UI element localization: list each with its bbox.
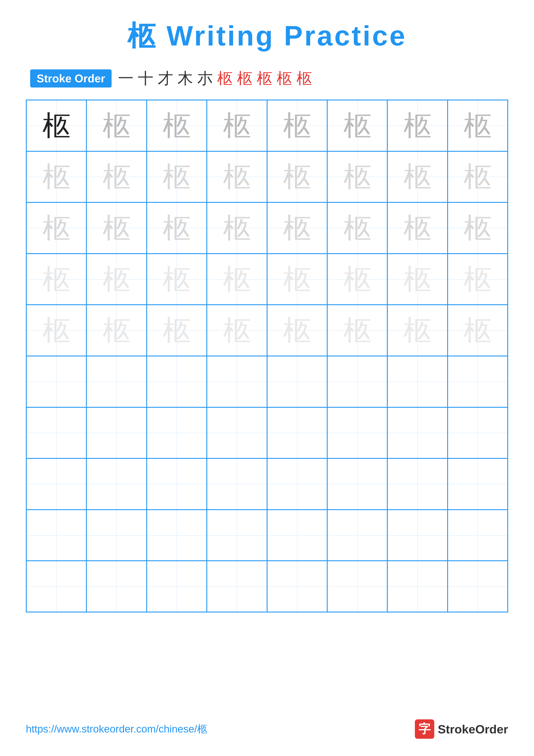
grid-cell-r4c1[interactable]: 柩 (26, 254, 87, 305)
grid-cell-r4c3[interactable]: 柩 (147, 254, 207, 305)
grid-cell-r8c8[interactable] (447, 458, 508, 510)
grid-cell-r3c1[interactable]: 柩 (26, 202, 87, 254)
brand-icon: 字 (415, 719, 434, 739)
grid-cell-r1c1[interactable]: 柩 (26, 100, 87, 151)
practice-grid: 柩 柩 柩 柩 柩 柩 柩 柩 柩 柩 柩 柩 柩 柩 柩 柩 柩 柩 柩 柩 … (26, 99, 508, 612)
grid-cell-r3c6[interactable]: 柩 (327, 202, 387, 254)
grid-cell-r5c4[interactable]: 柩 (207, 305, 267, 356)
grid-cell-r5c6[interactable]: 柩 (327, 305, 387, 356)
grid-cell-r2c8[interactable]: 柩 (447, 151, 508, 202)
grid-cell-r3c3[interactable]: 柩 (147, 202, 207, 254)
grid-cell-r8c7[interactable] (387, 458, 447, 510)
brand-char: 字 (419, 721, 431, 737)
grid-cell-r3c8[interactable]: 柩 (447, 202, 508, 254)
grid-cell-r2c6[interactable]: 柩 (327, 151, 387, 202)
grid-cell-r9c6[interactable] (327, 510, 387, 561)
grid-cell-r7c4[interactable] (207, 407, 267, 459)
char-r5c8: 柩 (464, 316, 492, 344)
char-r2c2: 柩 (103, 163, 131, 191)
grid-cell-r6c5[interactable] (267, 356, 327, 407)
char-r4c8: 柩 (464, 265, 492, 293)
grid-cell-r9c4[interactable] (207, 510, 267, 561)
grid-cell-r1c7[interactable]: 柩 (387, 100, 447, 151)
grid-cell-r10c4[interactable] (207, 561, 267, 612)
grid-cell-r5c1[interactable]: 柩 (26, 305, 87, 356)
grid-cell-r4c6[interactable]: 柩 (327, 254, 387, 305)
grid-cell-r8c3[interactable] (147, 458, 207, 510)
grid-cell-r6c8[interactable] (447, 356, 508, 407)
grid-cell-r8c1[interactable] (26, 458, 87, 510)
grid-cell-r3c7[interactable]: 柩 (387, 202, 447, 254)
grid-cell-r1c4[interactable]: 柩 (207, 100, 267, 151)
grid-cell-r2c4[interactable]: 柩 (207, 151, 267, 202)
char-r3c4: 柩 (223, 214, 251, 242)
grid-cell-r4c5[interactable]: 柩 (267, 254, 327, 305)
stroke-8: 柩 (257, 68, 272, 89)
grid-cell-r9c2[interactable] (87, 510, 146, 561)
grid-cell-r10c6[interactable] (327, 561, 387, 612)
grid-cell-r2c7[interactable]: 柩 (387, 151, 447, 202)
char-r1c3: 柩 (163, 112, 191, 140)
grid-cell-r3c2[interactable]: 柩 (87, 202, 146, 254)
grid-cell-r9c3[interactable] (147, 510, 207, 561)
grid-cell-r10c2[interactable] (87, 561, 146, 612)
char-r2c4: 柩 (223, 163, 251, 191)
grid-cell-r7c8[interactable] (447, 407, 508, 459)
stroke-6: 柩 (217, 68, 233, 89)
char-r2c8: 柩 (464, 163, 492, 191)
grid-cell-r6c4[interactable] (207, 356, 267, 407)
grid-cell-r5c5[interactable]: 柩 (267, 305, 327, 356)
grid-cell-r1c2[interactable]: 柩 (87, 100, 146, 151)
grid-cell-r5c7[interactable]: 柩 (387, 305, 447, 356)
grid-cell-r10c5[interactable] (267, 561, 327, 612)
grid-cell-r5c8[interactable]: 柩 (447, 305, 508, 356)
title-char: 柩 Writing Practice (127, 20, 407, 51)
grid-cell-r9c1[interactable] (26, 510, 87, 561)
grid-cell-r2c5[interactable]: 柩 (267, 151, 327, 202)
grid-cell-r3c4[interactable]: 柩 (207, 202, 267, 254)
grid-cell-r10c1[interactable] (26, 561, 87, 612)
grid-cell-r5c3[interactable]: 柩 (147, 305, 207, 356)
grid-cell-r3c5[interactable]: 柩 (267, 202, 327, 254)
grid-cell-r6c2[interactable] (87, 356, 146, 407)
grid-cell-r1c8[interactable]: 柩 (447, 100, 508, 151)
grid-cell-r8c4[interactable] (207, 458, 267, 510)
grid-cell-r7c6[interactable] (327, 407, 387, 459)
grid-cell-r2c3[interactable]: 柩 (147, 151, 207, 202)
grid-cell-r6c3[interactable] (147, 356, 207, 407)
grid-cell-r10c3[interactable] (147, 561, 207, 612)
grid-cell-r8c5[interactable] (267, 458, 327, 510)
char-r5c4: 柩 (223, 316, 251, 344)
grid-cell-r5c2[interactable]: 柩 (87, 305, 146, 356)
grid-cell-r9c5[interactable] (267, 510, 327, 561)
char-r1c1: 柩 (42, 112, 70, 140)
grid-cell-r9c8[interactable] (447, 510, 508, 561)
footer-url[interactable]: https://www.strokeorder.com/chinese/柩 (26, 722, 207, 736)
char-r1c2: 柩 (103, 112, 131, 140)
grid-cell-r7c7[interactable] (387, 407, 447, 459)
grid-cell-r2c1[interactable]: 柩 (26, 151, 87, 202)
char-r3c8: 柩 (464, 214, 492, 242)
grid-cell-r8c2[interactable] (87, 458, 146, 510)
grid-cell-r4c4[interactable]: 柩 (207, 254, 267, 305)
grid-cell-r10c7[interactable] (387, 561, 447, 612)
grid-cell-r8c6[interactable] (327, 458, 387, 510)
grid-cell-r7c1[interactable] (26, 407, 87, 459)
grid-cell-r4c2[interactable]: 柩 (87, 254, 146, 305)
char-r4c2: 柩 (103, 265, 131, 293)
grid-cell-r1c5[interactable]: 柩 (267, 100, 327, 151)
grid-cell-r10c8[interactable] (447, 561, 508, 612)
char-r3c3: 柩 (163, 214, 191, 242)
grid-cell-r4c8[interactable]: 柩 (447, 254, 508, 305)
grid-cell-r1c6[interactable]: 柩 (327, 100, 387, 151)
grid-cell-r6c6[interactable] (327, 356, 387, 407)
grid-cell-r2c2[interactable]: 柩 (87, 151, 146, 202)
grid-cell-r9c7[interactable] (387, 510, 447, 561)
grid-cell-r6c1[interactable] (26, 356, 87, 407)
grid-cell-r7c3[interactable] (147, 407, 207, 459)
grid-cell-r7c5[interactable] (267, 407, 327, 459)
grid-cell-r7c2[interactable] (87, 407, 146, 459)
grid-cell-r6c7[interactable] (387, 356, 447, 407)
grid-cell-r4c7[interactable]: 柩 (387, 254, 447, 305)
grid-cell-r1c3[interactable]: 柩 (147, 100, 207, 151)
